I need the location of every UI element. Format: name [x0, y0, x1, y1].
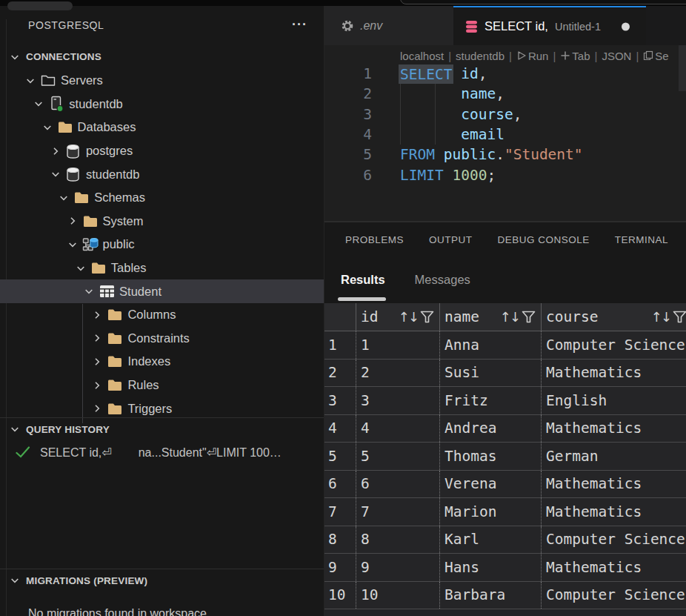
minimap[interactable]	[679, 45, 686, 91]
cell-course[interactable]: Mathematics	[542, 498, 686, 526]
cell-name[interactable]: Hans	[440, 554, 542, 581]
result-tab-messages[interactable]: Messages	[415, 273, 470, 287]
cell-id[interactable]: 9	[356, 554, 440, 581]
row-number-cell[interactable]: 4	[324, 415, 356, 443]
grid-row-2[interactable]: 22SusiMathematics	[324, 360, 686, 388]
tree-item-rules[interactable]: Rules	[0, 374, 324, 397]
codelens-action[interactable]: studentdb	[456, 50, 504, 62]
row-number-cell[interactable]: 6	[324, 471, 356, 498]
code-line[interactable]: 3 course,	[324, 105, 686, 125]
chevron-down-icon[interactable]	[41, 122, 53, 133]
cell-course[interactable]: English	[542, 387, 686, 414]
cell-id[interactable]: 5	[356, 443, 440, 470]
row-number-cell[interactable]: 9	[324, 554, 356, 581]
tree-item-postgres[interactable]: postgres	[0, 139, 324, 163]
more-actions-icon[interactable]: ···	[292, 18, 307, 31]
tree-item-tables[interactable]: Tables	[0, 256, 324, 280]
code-line[interactable]: 1SELECT id,	[324, 64, 686, 84]
chevron-right-icon[interactable]	[91, 403, 103, 414]
chevron-down-icon[interactable]	[50, 169, 61, 179]
codelens-action[interactable]: Run	[528, 50, 549, 62]
codelens-action[interactable]: Se	[655, 50, 668, 62]
row-number-cell[interactable]: 10	[324, 582, 356, 609]
migrations-header[interactable]: MIGRATIONS (PREVIEW)	[0, 569, 324, 592]
panel-tab-debug-console[interactable]: DEBUG CONSOLE	[498, 234, 590, 245]
row-number-cell[interactable]: 3	[324, 387, 356, 414]
codelens-action[interactable]: Tab	[572, 50, 590, 62]
chevron-down-icon[interactable]	[24, 76, 36, 86]
cell-course[interactable]: German	[542, 443, 686, 470]
grid-row-4[interactable]: 44AndreaMathematics	[324, 415, 686, 443]
grid-row-5[interactable]: 55ThomasGerman	[324, 443, 686, 471]
chevron-right-icon[interactable]	[91, 380, 103, 391]
grid-row-7[interactable]: 77MarionMathematics	[324, 498, 686, 526]
run-icon[interactable]	[516, 50, 527, 61]
sort-icon[interactable]: ↑↓	[500, 309, 519, 325]
cell-course[interactable]: Computer Science	[542, 331, 686, 359]
grid-column-header-course[interactable]: course↑↓	[542, 303, 686, 331]
panel-tab-terminal[interactable]: TERMINAL	[615, 234, 668, 245]
grid-row-10[interactable]: 1010BarbaraComputer Science	[324, 582, 686, 610]
tree-item-schemas[interactable]: Schemas	[0, 186, 324, 210]
chevron-down-icon[interactable]	[58, 193, 70, 203]
tree-item-system[interactable]: System	[0, 210, 324, 234]
code-line[interactable]: 5FROM public."Student"	[324, 145, 686, 165]
result-tab-results[interactable]: Results	[341, 273, 385, 287]
tree-item-studentdb[interactable]: studentdb	[0, 93, 324, 116]
cell-name[interactable]: Barbara	[440, 582, 542, 609]
grid-column-header-id[interactable]: id↑↓	[356, 303, 440, 331]
cell-name[interactable]: Andrea	[440, 415, 542, 443]
grid-row-1[interactable]: 11AnnaComputer Science	[324, 331, 686, 360]
tree-item-indexes[interactable]: Indexes	[0, 350, 324, 374]
copy-icon[interactable]	[643, 50, 653, 61]
grid-row-3[interactable]: 33FritzEnglish	[324, 387, 686, 415]
panel-tab-problems[interactable]: PROBLEMS	[345, 234, 404, 245]
tree-item-databases[interactable]: Databases	[0, 116, 324, 139]
row-number-cell[interactable]: 7	[324, 498, 356, 526]
tab-env[interactable]: .env	[324, 6, 453, 45]
cell-id[interactable]: 7	[356, 498, 440, 526]
tree-item-servers[interactable]: Servers	[0, 69, 324, 93]
query-history-item[interactable]: SELECT id,⏎na...Student"⏎LIMIT 100…	[0, 440, 324, 464]
cell-name[interactable]: Fritz	[440, 387, 542, 414]
cell-course[interactable]: Mathematics	[542, 554, 686, 581]
cell-id[interactable]: 10	[356, 582, 440, 609]
cell-course[interactable]: Mathematics	[542, 415, 686, 443]
cell-id[interactable]: 2	[356, 360, 440, 387]
grid-row-6[interactable]: 66VerenaMathematics	[324, 471, 686, 499]
filter-icon[interactable]	[673, 311, 686, 323]
row-number-cell[interactable]: 5	[324, 443, 356, 470]
codelens-action[interactable]: localhost	[400, 50, 444, 62]
chevron-down-icon[interactable]	[10, 424, 20, 434]
grid-column-header-name[interactable]: name↑↓	[440, 303, 542, 331]
chevron-down-icon[interactable]	[83, 286, 95, 297]
tree-item-columns[interactable]: Columns	[0, 303, 324, 327]
connections-section-header[interactable]: CONNECTIONS	[0, 44, 324, 69]
cell-course[interactable]: Mathematics	[542, 471, 686, 498]
modified-dot-icon[interactable]	[622, 22, 630, 30]
tree-item-public[interactable]: public	[0, 233, 324, 256]
chevron-down-icon[interactable]	[33, 99, 44, 109]
cell-id[interactable]: 6	[356, 471, 440, 498]
tree-item-constraints[interactable]: Constraints	[0, 327, 324, 351]
code-line[interactable]: 4 email	[324, 125, 686, 145]
cell-course[interactable]: Computer Science	[542, 526, 686, 554]
row-number-cell[interactable]: 1	[324, 331, 356, 359]
row-number-cell[interactable]: 8	[324, 526, 356, 554]
chevron-down-icon[interactable]	[10, 52, 20, 62]
chevron-right-icon[interactable]	[91, 357, 103, 367]
command-center-searchbox[interactable]	[400, 0, 686, 4]
cell-name[interactable]: Karl	[440, 526, 542, 554]
plus-icon[interactable]	[560, 50, 570, 61]
cell-id[interactable]: 8	[356, 526, 440, 554]
cell-name[interactable]: Anna	[440, 331, 542, 359]
chevron-right-icon[interactable]	[50, 146, 61, 156]
cell-course[interactable]: Mathematics	[542, 360, 686, 387]
cell-name[interactable]: Susi	[440, 360, 542, 387]
tree-item-student[interactable]: Student	[0, 279, 324, 303]
chevron-right-icon[interactable]	[91, 333, 103, 343]
row-number-cell[interactable]: 2	[324, 360, 356, 387]
cell-name[interactable]: Marion	[440, 498, 542, 526]
cell-course[interactable]: Computer Science	[542, 582, 686, 609]
code-line[interactable]: 2 name,	[324, 84, 686, 104]
